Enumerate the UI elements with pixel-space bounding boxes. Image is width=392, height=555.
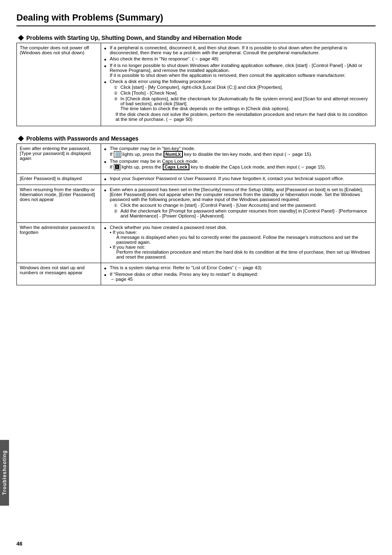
list-item: This is a system startup error. Refer to… bbox=[104, 265, 372, 271]
bullet-icon bbox=[104, 272, 110, 277]
bullet-icon bbox=[104, 46, 110, 51]
bullet-icon bbox=[104, 176, 110, 181]
solution-list: Input your Supervisor Password or User P… bbox=[104, 176, 372, 181]
list-item: The computer may be in Caps Lock mode. I… bbox=[104, 159, 372, 170]
sub-list-item: ③ In [Check disk options], add the check… bbox=[114, 96, 372, 111]
solution-list: If a peripheral is connected, disconnect… bbox=[104, 45, 372, 123]
sub-list-item: ① Click [start] - [My Computer], right-c… bbox=[114, 85, 372, 90]
after-text: If the disk check does not solve the pro… bbox=[110, 112, 372, 122]
problem-cell: The computer does not power off (Windows… bbox=[17, 43, 101, 126]
solution-cell: Input your Supervisor Password or User P… bbox=[101, 174, 376, 185]
solution-cell: Check whether you have created a passwor… bbox=[101, 223, 376, 263]
sub-list: ① Click [start] - [My Computer], right-c… bbox=[110, 85, 372, 111]
capslock-badge: Caps Lock bbox=[163, 164, 190, 170]
problem-cell: Even after entering the password, [Type … bbox=[17, 144, 101, 174]
section1-header: Problems with Starting Up, Shutting Down… bbox=[16, 33, 376, 43]
table-row: When the administrator password is forgo… bbox=[17, 223, 376, 263]
numlk-badge: NumLk bbox=[164, 151, 183, 157]
problem-cell: When resuming from the standby or hibern… bbox=[17, 185, 101, 223]
solution-cell: This is a system startup error. Refer to… bbox=[101, 263, 376, 285]
bullet-icon bbox=[104, 146, 110, 151]
page-title: Dealing with Problems (Summary) bbox=[16, 12, 376, 26]
solution-list: Even when a password has been set in the… bbox=[104, 187, 372, 219]
table-row: Even after entering the password, [Type … bbox=[17, 144, 376, 174]
section2-table: Even after entering the password, [Type … bbox=[16, 143, 376, 285]
list-item: If a peripheral is connected, disconnect… bbox=[104, 45, 372, 55]
list-item: The computer may be in "ten-key" mode. I… bbox=[104, 146, 372, 157]
problem-cell: When the administrator password is forgo… bbox=[17, 223, 101, 263]
bullet-icon bbox=[104, 187, 110, 192]
section2-header: Problems with Passwords and Messages bbox=[16, 134, 376, 143]
problem-cell: Windows does not start up and numbers or… bbox=[17, 263, 101, 285]
solution-list: Check whether you have created a passwor… bbox=[104, 225, 372, 259]
solution-cell: Even when a password has been set in the… bbox=[101, 185, 376, 223]
table-row: When resuming from the standby or hibern… bbox=[17, 185, 376, 223]
solution-cell: If a peripheral is connected, disconnect… bbox=[101, 43, 376, 126]
page-number: 46 bbox=[16, 541, 22, 547]
diamond-icon bbox=[18, 136, 24, 141]
table-row: The computer does not power off (Windows… bbox=[17, 43, 376, 126]
problem-cell: [Enter Password] is displayed bbox=[17, 174, 101, 185]
list-item: Even when a password has been set in the… bbox=[104, 187, 372, 219]
list-item: Input your Supervisor Password or User P… bbox=[104, 176, 372, 181]
bullet-icon bbox=[104, 63, 110, 68]
list-item: Check whether you have created a passwor… bbox=[104, 225, 372, 259]
troubleshooting-side-label: Troubleshooting bbox=[0, 440, 9, 506]
bullet-icon bbox=[104, 159, 110, 164]
list-item: If "Remove disks or other media. Press a… bbox=[104, 272, 372, 282]
bullet-icon bbox=[104, 225, 110, 230]
sub-list-item: ① Click the account to change in [start]… bbox=[114, 203, 372, 208]
list-item: If it is no longer possible to shut down… bbox=[104, 63, 372, 78]
sub-list-item: ② Add the checkmark for [Prompt for pass… bbox=[114, 208, 372, 218]
solution-list: The computer may be in "ten-key" mode. I… bbox=[104, 146, 372, 170]
list-item: Also check the items in "No response". (… bbox=[104, 56, 372, 62]
sub-list: ① Click the account to change in [start]… bbox=[110, 203, 372, 218]
bullet-icon bbox=[104, 57, 110, 62]
table-row: [Enter Password] is displayed Input your… bbox=[17, 174, 376, 185]
bullet-icon bbox=[104, 266, 110, 271]
table-row: Windows does not start up and numbers or… bbox=[17, 263, 376, 285]
diamond-icon bbox=[18, 35, 24, 41]
bullet-icon bbox=[104, 79, 110, 84]
solution-list: This is a system startup error. Refer to… bbox=[104, 265, 372, 282]
list-item: Check a disk error using the following p… bbox=[104, 79, 372, 123]
sub-list-item: ② Click [Tools] - [Check Now]. bbox=[114, 90, 372, 95]
solution-cell: The computer may be in "ten-key" mode. I… bbox=[101, 144, 376, 174]
section1-table: The computer does not power off (Windows… bbox=[16, 43, 376, 126]
